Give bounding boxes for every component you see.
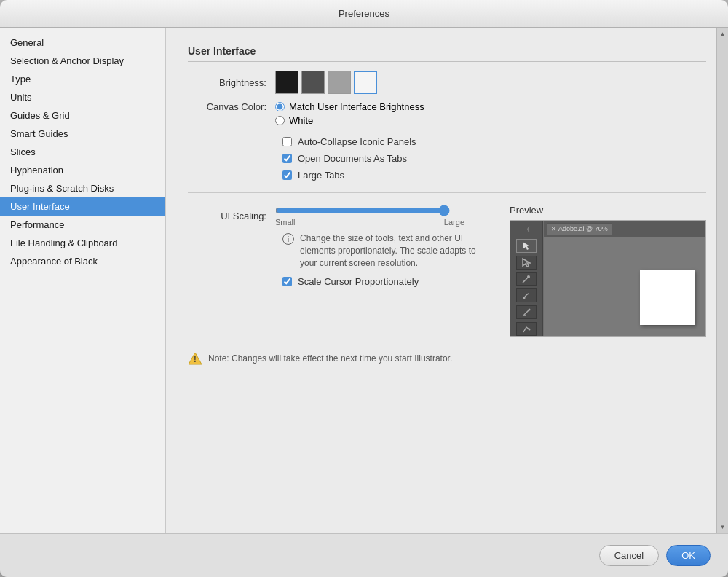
ui-scaling-label: UI Scaling:	[188, 211, 275, 221]
svg-text:!: !	[194, 356, 196, 364]
radio-white-label: White	[289, 115, 313, 126]
preview-toolbar-arrows: 《	[523, 225, 530, 235]
radio-match-brightness-label: Match User Interface Brightness	[289, 101, 424, 112]
svg-line-6	[523, 310, 529, 315]
brightness-swatch-black[interactable]	[275, 71, 298, 94]
sidebar-item-hyphenation[interactable]: Hyphenation	[0, 161, 165, 179]
footer: Cancel OK	[0, 533, 728, 577]
brightness-swatch-dark[interactable]	[301, 71, 325, 94]
canvas-color-options: Match User Interface Brightness White	[275, 101, 424, 129]
preview-tab-label: Adobe.ai @ 70%	[558, 225, 608, 232]
sidebar-item-type[interactable]: Type	[0, 70, 165, 88]
slider-track	[275, 205, 464, 216]
note-block: ! Note: Changes will take effect the nex…	[188, 351, 706, 366]
preview-area: Preview 《	[510, 205, 706, 337]
preview-document	[640, 270, 695, 325]
scale-cursor-label[interactable]: Scale Cursor Proportionately	[298, 276, 419, 287]
scaling-row: UI Scaling: Small Large	[188, 205, 488, 227]
section-title: User Interface	[188, 45, 706, 62]
checkbox-auto-collapse: Auto-Collapse Iconic Panels	[282, 136, 706, 147]
preview-tool-pen1	[516, 272, 537, 286]
radio-white[interactable]: White	[275, 115, 424, 126]
svg-point-7	[529, 308, 531, 310]
title-bar: Preferences	[0, 0, 728, 28]
preview-tool-pen3	[516, 305, 537, 319]
brightness-swatch-light[interactable]	[354, 71, 377, 94]
radio-match-brightness[interactable]: Match User Interface Brightness	[275, 101, 424, 112]
brightness-label: Brightness:	[188, 77, 275, 88]
dialog-title: Preferences	[339, 8, 389, 19]
large-tabs-input[interactable]	[282, 170, 292, 180]
svg-point-5	[523, 297, 526, 299]
preferences-dialog: Preferences General Selection & Anchor D…	[0, 0, 728, 577]
auto-collapse-input[interactable]	[282, 137, 292, 146]
svg-point-9	[529, 328, 531, 330]
preview-tab: ✕ Adobe.ai @ 70%	[547, 223, 612, 235]
slider-max-label: Large	[444, 218, 464, 227]
preview-box: 《	[510, 220, 706, 337]
preview-tool-pen2	[516, 288, 537, 302]
slider-min-label: Small	[275, 218, 296, 227]
preview-tabbar: ✕ Adobe.ai @ 70%	[544, 221, 705, 237]
content-area: General Selection & Anchor Display Type …	[0, 28, 728, 533]
brightness-swatch-medium[interactable]	[328, 71, 351, 94]
preview-tab-close: ✕	[551, 226, 556, 232]
canvas-color-label: Canvas Color:	[188, 101, 275, 112]
checkbox-open-as-tabs: Open Documents As Tabs	[282, 153, 706, 164]
preview-label: Preview	[510, 205, 706, 216]
checkboxes-section: Auto-Collapse Iconic Panels Open Documen…	[188, 136, 706, 181]
preview-tool-pen4	[516, 322, 537, 336]
sidebar-item-slices[interactable]: Slices	[0, 143, 165, 161]
open-tabs-label[interactable]: Open Documents As Tabs	[298, 153, 407, 164]
slider-labels: Small Large	[275, 218, 464, 227]
sidebar-item-plugins[interactable]: Plug-ins & Scratch Disks	[0, 179, 165, 197]
brightness-swatches	[275, 71, 377, 94]
scrollbar-arrow-down[interactable]: ▼	[720, 524, 726, 530]
canvas-color-row: Canvas Color: Match User Interface Brigh…	[188, 101, 706, 129]
scale-cursor-input[interactable]	[282, 277, 292, 286]
right-scrollbar[interactable]: ▲ ▼	[716, 28, 728, 533]
ok-button[interactable]: OK	[666, 545, 711, 566]
sidebar-item-appearance[interactable]: Appearance of Black	[0, 252, 165, 270]
info-icon: i	[282, 233, 294, 245]
radio-white-input[interactable]	[275, 116, 285, 125]
ui-scaling-slider[interactable]	[275, 205, 450, 216]
svg-line-4	[523, 280, 525, 283]
sidebar-item-smart-guides[interactable]: Smart Guides	[0, 125, 165, 143]
info-block: i Change the size of tools, text and oth…	[282, 232, 488, 269]
preview-tool-direct	[516, 256, 537, 270]
auto-collapse-label[interactable]: Auto-Collapse Iconic Panels	[298, 136, 416, 147]
sidebar-item-guides[interactable]: Guides & Grid	[0, 106, 165, 125]
sidebar: General Selection & Anchor Display Type …	[0, 28, 166, 533]
brightness-row: Brightness:	[188, 71, 706, 94]
open-tabs-input[interactable]	[282, 154, 292, 163]
divider	[188, 192, 706, 193]
radio-match-brightness-input[interactable]	[275, 102, 285, 111]
svg-marker-1	[523, 259, 530, 267]
warning-icon: !	[188, 351, 202, 366]
scrollbar-arrow-up[interactable]: ▲	[720, 31, 726, 37]
slider-container: Small Large	[275, 205, 464, 227]
sidebar-item-selection[interactable]: Selection & Anchor Display	[0, 52, 165, 70]
large-tabs-label[interactable]: Large Tabs	[298, 170, 344, 181]
scaling-preview-section: UI Scaling: Small Large	[188, 205, 706, 337]
checkbox-large-tabs: Large Tabs	[282, 170, 706, 181]
sidebar-item-user-interface[interactable]: User Interface	[0, 197, 165, 216]
sidebar-item-file-handling[interactable]: File Handling & Clipboard	[0, 234, 165, 252]
preview-tool-arrow	[516, 239, 537, 253]
checkbox-scale-cursor: Scale Cursor Proportionately	[282, 276, 488, 287]
sidebar-item-units[interactable]: Units	[0, 88, 165, 106]
preview-canvas	[544, 237, 705, 336]
note-text: Note: Changes will take effect the next …	[208, 353, 452, 364]
sidebar-item-performance[interactable]: Performance	[0, 216, 165, 234]
scaling-section: UI Scaling: Small Large	[188, 205, 488, 293]
svg-marker-0	[523, 242, 530, 250]
svg-point-3	[527, 275, 530, 278]
cancel-button[interactable]: Cancel	[599, 545, 659, 566]
sidebar-item-general[interactable]: General	[0, 34, 165, 52]
preview-toolbar: 《	[510, 221, 543, 336]
info-text: Change the size of tools, text and other…	[300, 232, 488, 269]
main-panel: User Interface Brightness: Canvas Color:	[166, 28, 728, 533]
